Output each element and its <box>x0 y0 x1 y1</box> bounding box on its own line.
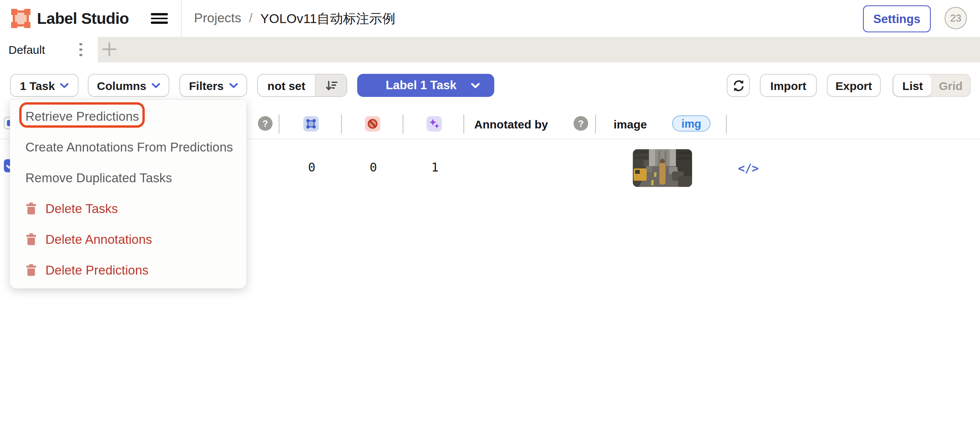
menu-item-create-annotations-from-predictions[interactable]: Create Annotations From Predictions <box>10 132 246 162</box>
row-predictions-count: 1 <box>420 160 450 175</box>
view-tab-bar <box>0 37 980 62</box>
annotations-column-icon[interactable] <box>303 116 319 132</box>
menu-item-delete-tasks[interactable]: Delete Tasks <box>10 193 246 224</box>
trash-icon <box>25 264 37 276</box>
task-source-code-icon[interactable]: </> <box>736 162 761 175</box>
view-list-button[interactable]: List <box>894 75 932 96</box>
ordering-button[interactable]: not set <box>257 74 347 97</box>
menu-item-label: Delete Predictions <box>45 263 149 277</box>
header-divider <box>181 0 182 37</box>
label-tasks-button-label: Label 1 Task <box>357 78 471 92</box>
app-header: Label Studio Projects / YOLOv11自动标注示例 Se… <box>0 0 980 37</box>
image-type-badge: img <box>672 115 711 132</box>
menu-item-delete-predictions[interactable]: Delete Predictions <box>10 255 246 285</box>
street-scene-image <box>633 149 692 187</box>
hamburger-menu-icon[interactable] <box>151 13 168 24</box>
task-image-thumbnail[interactable] <box>633 149 692 187</box>
filters-dropdown-button[interactable]: Filters <box>179 74 247 97</box>
label-tasks-button[interactable]: Label 1 Task <box>357 74 494 97</box>
column-divider <box>463 115 464 134</box>
trash-icon <box>25 233 37 245</box>
column-divider <box>403 115 403 134</box>
row-cancelled-count: 0 <box>358 160 389 175</box>
columns-dropdown-label: Columns <box>97 79 146 92</box>
breadcrumb: Projects / YOLOv11自动标注示例 <box>194 0 395 37</box>
ordering-value: not set <box>258 75 315 96</box>
app-title: Label Studio <box>37 9 129 28</box>
filters-dropdown-label: Filters <box>189 79 224 92</box>
column-divider <box>341 115 342 134</box>
row-annotations-count: 0 <box>296 160 327 175</box>
add-tab-button[interactable] <box>102 42 117 57</box>
highlight-annotation-box <box>19 102 145 128</box>
label-button-chevron[interactable] <box>471 83 494 88</box>
help-icon[interactable]: ? <box>574 116 588 131</box>
breadcrumb-projects-link[interactable]: Projects <box>194 11 241 26</box>
breadcrumb-separator: / <box>249 11 253 26</box>
menu-item-delete-annotations[interactable]: Delete Annotations <box>10 224 246 255</box>
column-divider <box>726 115 727 134</box>
chevron-down-icon <box>471 83 480 88</box>
avatar[interactable]: 23 <box>945 7 967 29</box>
export-button[interactable]: Export <box>827 74 881 97</box>
predictions-column-icon[interactable] <box>426 116 442 132</box>
trash-icon <box>25 202 37 215</box>
refresh-icon <box>732 79 745 92</box>
settings-button[interactable]: Settings <box>863 5 931 32</box>
annotated-by-column-header[interactable]: Annotated by <box>474 112 548 136</box>
column-divider <box>595 115 596 134</box>
menu-item-label: Delete Tasks <box>45 201 118 216</box>
image-column-header[interactable]: image <box>614 112 647 136</box>
sparkles-icon <box>429 118 440 129</box>
chevron-down-icon <box>229 83 237 88</box>
menu-item-remove-duplicated-tasks[interactable]: Remove Duplicated Tasks <box>10 162 246 193</box>
import-button[interactable]: Import <box>760 74 817 97</box>
refresh-button[interactable] <box>727 74 750 97</box>
sort-direction-toggle[interactable] <box>315 75 346 96</box>
tasks-dropdown-label: 1 Task <box>20 79 55 92</box>
tab-options-kebab-icon[interactable] <box>75 42 86 58</box>
tab-default-label: Default <box>8 43 45 56</box>
view-grid-button[interactable]: Grid <box>932 79 970 92</box>
chevron-down-icon <box>152 83 160 88</box>
cancelled-column-icon[interactable] <box>365 116 380 132</box>
label-studio-logo-icon <box>11 8 31 28</box>
help-icon[interactable]: ? <box>258 116 273 131</box>
sort-descending-icon <box>324 79 338 92</box>
label-studio-app: Label Studio Projects / YOLOv11自动标注示例 Se… <box>0 0 980 433</box>
bounding-box-icon <box>306 118 316 129</box>
prohibition-icon <box>367 118 378 129</box>
menu-item-label: Delete Annotations <box>45 232 152 246</box>
view-mode-toggle: List Grid <box>892 74 971 97</box>
chevron-down-icon <box>60 83 69 88</box>
tasks-dropdown-button[interactable]: 1 Task <box>10 74 79 97</box>
columns-dropdown-button[interactable]: Columns <box>88 74 169 97</box>
app-logo[interactable]: Label Studio <box>11 8 129 28</box>
column-divider <box>279 115 279 134</box>
tasks-context-menu: Retrieve Predictions Create Annotations … <box>10 100 246 288</box>
breadcrumb-project-name: YOLOv11自动标注示例 <box>260 10 395 27</box>
